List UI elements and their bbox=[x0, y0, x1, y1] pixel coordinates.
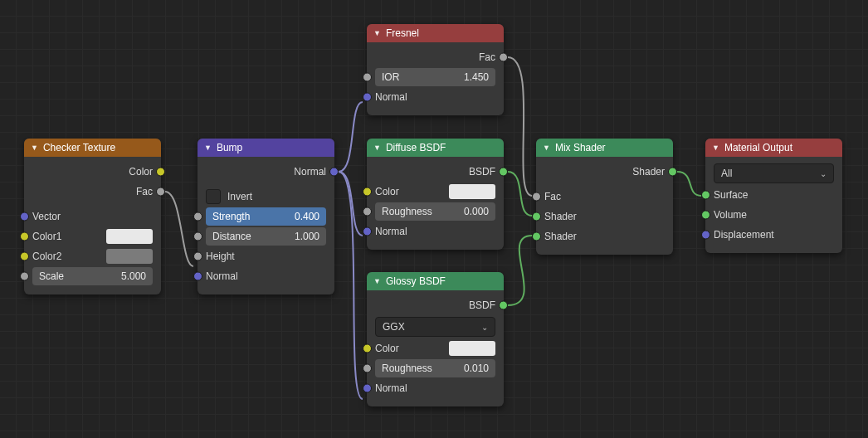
socket-fac-out[interactable] bbox=[156, 187, 165, 197]
chevron-down-icon: ⌄ bbox=[481, 323, 488, 332]
node-editor-canvas[interactable]: { "checker": { "title": "Checker Texture… bbox=[0, 0, 868, 438]
node-diffuse-bsdf[interactable]: ▼Diffuse BSDF BSDF Color Roughness0.000 … bbox=[367, 139, 504, 250]
output-fac[interactable]: Fac bbox=[375, 47, 495, 67]
input-shader2[interactable]: Shader bbox=[544, 226, 665, 246]
node-header[interactable]: ▼Mix Shader bbox=[536, 139, 673, 157]
collapse-triangle-icon[interactable]: ▼ bbox=[712, 144, 719, 152]
input-color[interactable]: Color bbox=[375, 338, 495, 358]
input-normal[interactable]: Normal bbox=[375, 378, 495, 398]
socket-scale-in[interactable] bbox=[20, 272, 29, 281]
node-glossy-bsdf[interactable]: ▼Glossy BSDF BSDF GGX⌄ Color Roughness0.… bbox=[367, 272, 504, 406]
collapse-triangle-icon[interactable]: ▼ bbox=[543, 144, 550, 152]
socket-ior-in[interactable] bbox=[363, 73, 372, 82]
roughness-row: Roughness0.010 bbox=[375, 358, 495, 378]
socket-color-in[interactable] bbox=[363, 344, 372, 353]
node-checker-texture[interactable]: ▼Checker Texture Color Fac Vector Color1… bbox=[24, 139, 161, 294]
roughness-row: Roughness0.000 bbox=[375, 202, 495, 221]
chevron-down-icon: ⌄ bbox=[820, 169, 827, 178]
output-fac[interactable]: Fac bbox=[32, 182, 153, 202]
node-header[interactable]: ▼Material Output bbox=[705, 139, 842, 157]
node-bump[interactable]: ▼Bump Normal Invert Strength0.400 Distan… bbox=[197, 139, 334, 294]
input-color[interactable]: Color bbox=[375, 182, 495, 202]
input-color2[interactable]: Color2 bbox=[32, 246, 153, 266]
node-title: Bump bbox=[217, 142, 242, 153]
socket-color1-in[interactable] bbox=[20, 232, 29, 241]
socket-height-in[interactable] bbox=[193, 252, 202, 261]
distance-row: Distance1.000 bbox=[206, 226, 326, 246]
color2-swatch[interactable] bbox=[106, 249, 153, 264]
socket-fac-out[interactable] bbox=[499, 53, 508, 62]
collapse-triangle-icon[interactable]: ▼ bbox=[373, 144, 381, 152]
scale-field[interactable]: Scale5.000 bbox=[32, 267, 153, 285]
output-normal[interactable]: Normal bbox=[206, 162, 326, 182]
socket-shader1-in[interactable] bbox=[532, 212, 541, 221]
output-bsdf[interactable]: BSDF bbox=[375, 295, 495, 315]
socket-normal-out[interactable] bbox=[329, 168, 339, 177]
input-height[interactable]: Height bbox=[206, 246, 326, 266]
socket-distance-in[interactable] bbox=[193, 232, 202, 241]
output-bsdf[interactable]: BSDF bbox=[375, 162, 495, 182]
output-color[interactable]: Color bbox=[32, 162, 153, 182]
socket-color2-in[interactable] bbox=[20, 252, 29, 261]
node-mix-shader[interactable]: ▼Mix Shader Shader Fac Shader Shader bbox=[536, 139, 673, 255]
distance-field[interactable]: Distance1.000 bbox=[206, 227, 326, 246]
input-color1[interactable]: Color1 bbox=[32, 226, 153, 246]
collapse-triangle-icon[interactable]: ▼ bbox=[31, 144, 38, 152]
socket-color-in[interactable] bbox=[363, 187, 372, 197]
socket-roughness-in[interactable] bbox=[363, 364, 372, 373]
socket-surface-in[interactable] bbox=[701, 191, 710, 200]
node-title: Material Output bbox=[724, 142, 792, 153]
roughness-field[interactable]: Roughness0.000 bbox=[375, 202, 495, 221]
input-normal[interactable]: Normal bbox=[375, 87, 495, 107]
distribution-dropdown[interactable]: GGX⌄ bbox=[375, 317, 495, 337]
node-title: Glossy BSDF bbox=[386, 275, 446, 287]
socket-color-out[interactable] bbox=[156, 168, 165, 177]
output-shader[interactable]: Shader bbox=[544, 162, 665, 182]
socket-vector-in[interactable] bbox=[20, 212, 29, 221]
color1-swatch[interactable] bbox=[106, 229, 153, 244]
input-displacement[interactable]: Displacement bbox=[714, 225, 834, 245]
socket-normal-in[interactable] bbox=[363, 384, 372, 393]
socket-normal-in[interactable] bbox=[363, 93, 372, 102]
input-fac[interactable]: Fac bbox=[544, 187, 665, 207]
ior-field[interactable]: IOR1.450 bbox=[375, 68, 495, 86]
invert-row[interactable]: Invert bbox=[206, 187, 326, 207]
socket-bsdf-out[interactable] bbox=[499, 301, 508, 310]
input-vector[interactable]: Vector bbox=[32, 207, 153, 226]
socket-normal-in[interactable] bbox=[193, 272, 202, 281]
socket-shader-out[interactable] bbox=[668, 168, 677, 177]
input-scale-row: Scale5.000 bbox=[32, 266, 153, 286]
node-title: Checker Texture bbox=[43, 142, 115, 153]
socket-strength-in[interactable] bbox=[193, 212, 202, 221]
node-header[interactable]: ▼Bump bbox=[197, 139, 334, 157]
collapse-triangle-icon[interactable]: ▼ bbox=[204, 144, 212, 152]
node-header[interactable]: ▼Diffuse BSDF bbox=[367, 139, 504, 157]
socket-normal-in[interactable] bbox=[363, 227, 372, 236]
node-fresnel[interactable]: ▼Fresnel Fac IOR1.450 Normal bbox=[367, 24, 504, 115]
glossy-color-swatch[interactable] bbox=[449, 341, 495, 356]
node-header[interactable]: ▼Fresnel bbox=[367, 24, 504, 42]
input-volume[interactable]: Volume bbox=[714, 205, 834, 225]
diffuse-color-swatch[interactable] bbox=[449, 184, 495, 199]
node-header[interactable]: ▼Glossy BSDF bbox=[367, 272, 504, 290]
socket-shader2-in[interactable] bbox=[532, 232, 541, 241]
input-normal[interactable]: Normal bbox=[206, 266, 326, 286]
input-normal[interactable]: Normal bbox=[375, 221, 495, 241]
input-surface[interactable]: Surface bbox=[714, 185, 834, 205]
input-shader1[interactable]: Shader bbox=[544, 207, 665, 226]
socket-volume-in[interactable] bbox=[701, 211, 710, 220]
socket-roughness-in[interactable] bbox=[363, 207, 372, 217]
socket-fac-in[interactable] bbox=[532, 192, 541, 202]
node-header[interactable]: ▼Checker Texture bbox=[24, 139, 161, 157]
socket-displacement-in[interactable] bbox=[701, 231, 710, 240]
strength-row: Strength0.400 bbox=[206, 207, 326, 226]
node-material-output[interactable]: ▼Material Output All⌄ Surface Volume Dis… bbox=[705, 139, 842, 253]
roughness-field[interactable]: Roughness0.010 bbox=[375, 359, 495, 377]
collapse-triangle-icon[interactable]: ▼ bbox=[373, 277, 381, 285]
collapse-triangle-icon[interactable]: ▼ bbox=[373, 29, 381, 37]
strength-field[interactable]: Strength0.400 bbox=[206, 207, 326, 226]
target-dropdown[interactable]: All⌄ bbox=[714, 163, 834, 183]
node-title: Fresnel bbox=[386, 27, 419, 39]
socket-bsdf-out[interactable] bbox=[499, 168, 508, 177]
invert-checkbox[interactable] bbox=[206, 189, 221, 204]
